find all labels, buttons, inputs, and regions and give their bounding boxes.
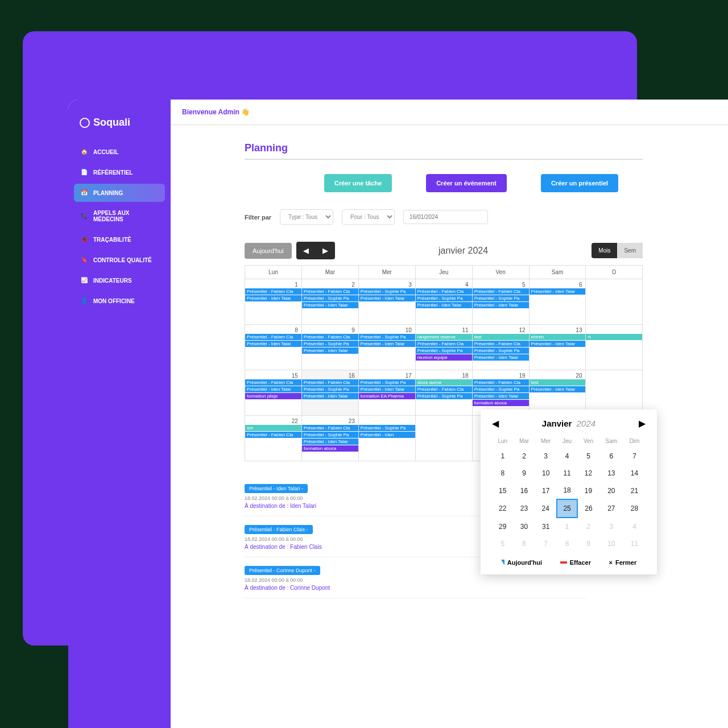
calendar-event[interactable]: formation aboca	[473, 400, 529, 406]
calendar-event[interactable]: formation aboca	[302, 445, 358, 452]
calendar-event[interactable]: Présentiel - Iden Talar	[473, 302, 529, 308]
dp-day[interactable]: 6	[599, 448, 623, 465]
calendar-cell[interactable]: 11rangement reservePrésentiel - Fabien C…	[415, 325, 472, 370]
calendar-event[interactable]: Présentiel - Sophie Pa	[302, 432, 358, 438]
calendar-cell[interactable]: 23Présentiel - Fabien ClaPrésentiel - So…	[301, 416, 358, 461]
calendar-cell[interactable]: 2Présentiel - Fabien ClaPrésentiel - Sop…	[301, 279, 358, 325]
dp-day[interactable]: 17	[535, 482, 557, 499]
calendar-cell[interactable]: 6Présentiel - Iden Talar	[529, 279, 586, 325]
calendar-event[interactable]: Présentiel - Iden Talar	[302, 439, 358, 445]
dp-prev-button[interactable]: ◀	[492, 418, 499, 429]
calendar-cell[interactable]: Présentiel - Sophie PaPrésentiel - Iden	[358, 416, 415, 461]
calendar-cell[interactable]: 5Présentiel - Fabien ClaPrésentiel - Sop…	[472, 279, 529, 325]
calendar-event[interactable]: Présentiel - Fabien Cla	[245, 288, 301, 295]
calendar-event[interactable]: Présentiel - Fabien Cla	[473, 379, 529, 386]
calendar-event[interactable]: Présentiel - Iden Talar	[473, 393, 529, 399]
dp-close-button[interactable]: ×Fermer	[609, 559, 636, 566]
calendar-event[interactable]: Présentiel - Fabien Cla	[302, 288, 358, 295]
calendar-event[interactable]: Présentiel - Fabien Cla	[416, 288, 472, 295]
calendar-event[interactable]: Présentiel - Fabien Cla	[245, 432, 301, 438]
calendar-cell[interactable]: 17Présentiel - Sophie PaPrésentiel - Ide…	[358, 370, 415, 416]
dp-day[interactable]: 13	[599, 465, 623, 482]
calendar-event[interactable]: Présentiel - Sophie Pa	[302, 295, 358, 301]
calendar-event[interactable]: Présentiel - Iden Talar	[473, 354, 529, 361]
dp-day[interactable]: 28	[623, 499, 646, 518]
dp-day[interactable]: 29	[492, 518, 513, 535]
sidebar-item-référentiel[interactable]: 📄RÉFÉRENTIEL	[74, 163, 165, 181]
calendar-event[interactable]: Présentiel - Fabien Cla	[416, 341, 472, 347]
filter-date-input[interactable]	[403, 210, 488, 224]
dp-day[interactable]: 4	[557, 448, 578, 465]
calendar-cell[interactable]: 13ehtrehPrésentiel - Iden Talar	[529, 325, 586, 370]
filter-type-select[interactable]: Type : Tous	[280, 209, 333, 225]
dp-today-button[interactable]: Aujourd'hui	[501, 559, 542, 566]
dp-day[interactable]: 10	[599, 535, 623, 552]
calendar-event[interactable]: Présentiel - Iden Talar	[245, 386, 301, 392]
calendar-event[interactable]: Présentiel - Sophie Pa	[302, 341, 358, 347]
calendar-cell[interactable]	[586, 370, 643, 416]
calendar-event[interactable]: rt	[586, 334, 642, 340]
dp-day[interactable]: 2	[577, 518, 599, 535]
calendar-event[interactable]: test	[530, 379, 586, 386]
next-month-button[interactable]: ▶	[316, 242, 335, 259]
dp-day[interactable]: 2	[513, 448, 535, 465]
calendar-event[interactable]: Présentiel - Fabien Cla	[302, 379, 358, 386]
calendar-event[interactable]: Présentiel - Fabien Cla	[245, 334, 301, 340]
dp-day[interactable]: 15	[492, 482, 513, 499]
dp-day[interactable]: 27	[599, 499, 623, 518]
calendar-cell[interactable]: 19Présentiel - Fabien ClaPrésentiel - So…	[472, 370, 529, 416]
dp-day[interactable]: 10	[535, 465, 557, 482]
calendar-event[interactable]: Présentiel - Sophie Pa	[416, 295, 472, 301]
calendar-cell[interactable]: 1Présentiel - Fabien ClaPrésentiel - Ide…	[245, 279, 302, 325]
calendar-event[interactable]: Présentiel - Iden Talar	[359, 341, 415, 347]
calendar-event[interactable]: Présentiel - Iden Talar	[359, 386, 415, 392]
calendar-event[interactable]: Présentiel - Fabien Cla	[473, 341, 529, 347]
dp-day[interactable]: 11	[557, 465, 578, 482]
dp-day[interactable]: 8	[557, 535, 578, 552]
calendar-event[interactable]: Présentiel - Sophie Pa	[416, 348, 472, 354]
calendar-event[interactable]: formation EA Pharma	[359, 393, 415, 399]
calendar-cell[interactable]	[415, 416, 472, 461]
dp-day[interactable]: 3	[535, 448, 557, 465]
filter-pour-select[interactable]: Pour : Tous	[342, 209, 395, 225]
calendar-cell[interactable]: rt	[586, 325, 643, 370]
calendar-event[interactable]: Présentiel - Iden Talar	[530, 341, 586, 347]
calendar-event[interactable]: Présentiel - Iden	[359, 432, 415, 438]
calendar-event[interactable]: Présentiel - Iden Talar	[359, 295, 415, 301]
calendar-event[interactable]: ehtreh	[530, 334, 586, 340]
calendar-event[interactable]: Présentiel - Fabien Cla	[245, 379, 301, 386]
calendar-event[interactable]: Présentiel - Iden Talar	[302, 348, 358, 354]
calendar-event[interactable]: Présentiel - Sophie Pa	[473, 348, 529, 354]
calendar-event[interactable]: Présentiel - Sophie Pa	[416, 393, 472, 399]
calendar-cell[interactable]: 15Présentiel - Fabien ClaPrésentiel - Id…	[245, 370, 302, 416]
dp-day[interactable]: 11	[623, 535, 646, 552]
calendar-event[interactable]: Présentiel - Fabien Cla	[302, 425, 358, 431]
dp-day[interactable]: 24	[535, 499, 557, 518]
dp-day[interactable]: 6	[513, 535, 535, 552]
sidebar-item-controle qualité[interactable]: 🔖CONTROLE QUALITÉ	[74, 251, 165, 269]
dp-day[interactable]: 16	[513, 482, 535, 499]
calendar-event[interactable]: snt	[245, 425, 301, 431]
dp-day[interactable]: 25	[557, 499, 578, 518]
calendar-event[interactable]: Présentiel - Fabien Cla	[416, 386, 472, 392]
calendar-cell[interactable]: 4Présentiel - Fabien ClaPrésentiel - Sop…	[415, 279, 472, 325]
calendar-event[interactable]: Présentiel - Sophie Pa	[359, 288, 415, 295]
calendar-cell[interactable]: 22sntPrésentiel - Fabien Cla	[245, 416, 302, 461]
create-presentiel-button[interactable]: Créer un présentiel	[541, 174, 618, 192]
dp-day[interactable]: 20	[599, 482, 623, 499]
today-button[interactable]: Aujourd'hui	[245, 243, 292, 259]
dp-day[interactable]: 30	[513, 518, 535, 535]
sidebar-item-indicateurs[interactable]: 📈INDICATEURS	[74, 271, 165, 289]
sidebar-item-accueil[interactable]: 🏠ACCUEIL	[74, 143, 165, 161]
dp-day[interactable]: 26	[577, 499, 599, 518]
dp-clear-button[interactable]: Effacer	[560, 559, 591, 566]
dp-day[interactable]: 31	[535, 518, 557, 535]
dp-next-button[interactable]: ▶	[639, 418, 646, 429]
calendar-event[interactable]: Présentiel - Iden Talar	[530, 288, 586, 295]
dp-day[interactable]: 7	[535, 535, 557, 552]
sidebar-item-traçabilité[interactable]: 🐞TRAÇABILITÉ	[74, 230, 165, 249]
calendar-cell[interactable]: 12testPrésentiel - Fabien ClaPrésentiel …	[472, 325, 529, 370]
dp-day[interactable]: 9	[577, 535, 599, 552]
dp-day[interactable]: 1	[557, 518, 578, 535]
calendar-cell[interactable]: 10Présentiel - Sophie PaPrésentiel - Ide…	[358, 325, 415, 370]
